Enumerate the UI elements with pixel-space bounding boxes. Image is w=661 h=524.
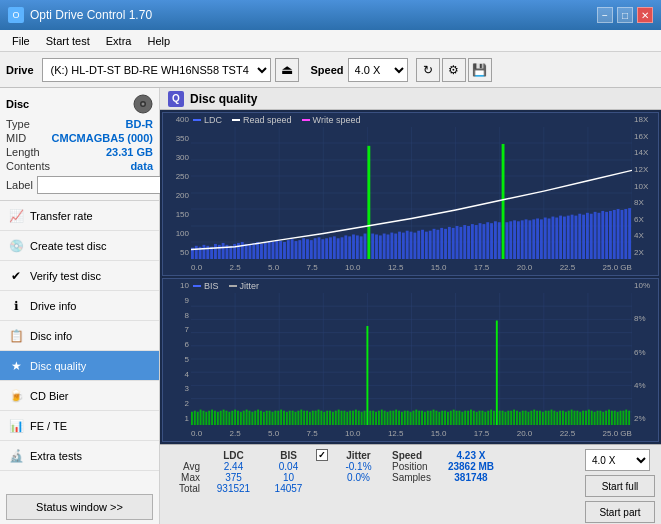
bis-legend: BIS — [204, 281, 219, 291]
svg-rect-214 — [364, 411, 366, 425]
svg-rect-227 — [401, 412, 403, 425]
cd-bier-label: CD Bier — [30, 390, 69, 402]
menu-extra[interactable]: Extra — [98, 33, 140, 49]
total-bis: 14057 — [261, 483, 316, 494]
speed-select-stats[interactable]: 4.0 X — [585, 449, 650, 471]
svg-rect-182 — [272, 412, 274, 425]
svg-rect-44 — [283, 242, 286, 259]
speed-select[interactable]: 4.0 X — [348, 58, 408, 82]
svg-rect-270 — [525, 411, 527, 425]
type-label: Type — [6, 118, 30, 130]
cd-bier-icon: 🍺 — [8, 388, 24, 404]
svg-rect-185 — [280, 410, 282, 425]
sidebar-item-fe-te[interactable]: 📊 FE / TE — [0, 411, 159, 441]
sidebar-item-disc-info[interactable]: 📋 Disc info — [0, 321, 159, 351]
svg-rect-161 — [211, 410, 213, 425]
create-disc-icon: 💿 — [8, 238, 24, 254]
svg-rect-126 — [597, 213, 600, 259]
svg-rect-123 — [586, 213, 589, 259]
sidebar-item-extra-tests[interactable]: 🔬 Extra tests — [0, 441, 159, 471]
svg-rect-293 — [591, 411, 593, 425]
svg-rect-218 — [375, 412, 377, 425]
sidebar-item-create-test-disc[interactable]: 💿 Create test disc — [0, 231, 159, 261]
minimize-button[interactable]: − — [597, 7, 613, 23]
svg-rect-212 — [358, 411, 360, 425]
extra-tests-label: Extra tests — [30, 450, 82, 462]
jitter-checkbox[interactable]: ✓ — [316, 449, 328, 461]
save-button[interactable]: 💾 — [468, 58, 492, 82]
svg-rect-296 — [599, 411, 601, 425]
status-window-button[interactable]: Status window >> — [6, 494, 153, 520]
menu-start-test[interactable]: Start test — [38, 33, 98, 49]
menu-file[interactable]: File — [4, 33, 38, 49]
svg-rect-252 — [473, 411, 475, 425]
right-panel: Q Disc quality LDC Read speed Write spee… — [160, 88, 661, 524]
svg-rect-240 — [438, 412, 440, 425]
svg-rect-247 — [458, 411, 460, 425]
transfer-rate-icon: 📈 — [8, 208, 24, 224]
sidebar-item-verify-test-disc[interactable]: ✔ Verify test disc — [0, 261, 159, 291]
svg-rect-105 — [517, 221, 520, 259]
svg-rect-133 — [624, 209, 627, 259]
read-speed-legend: Read speed — [243, 115, 292, 125]
svg-rect-92 — [467, 226, 470, 259]
menu-help[interactable]: Help — [139, 33, 178, 49]
svg-rect-239 — [435, 411, 437, 425]
eject-button[interactable]: ⏏ — [275, 58, 299, 82]
svg-rect-178 — [260, 411, 262, 425]
svg-rect-90 — [459, 227, 462, 259]
svg-rect-110 — [536, 218, 539, 259]
contents-value: data — [130, 160, 153, 172]
close-button[interactable]: ✕ — [637, 7, 653, 23]
svg-rect-129 — [609, 211, 612, 259]
svg-rect-186 — [283, 411, 285, 425]
refresh-button[interactable]: ↻ — [416, 58, 440, 82]
svg-rect-261 — [499, 411, 501, 425]
svg-rect-176 — [254, 411, 256, 425]
svg-rect-28 — [222, 243, 225, 259]
svg-rect-177 — [257, 410, 259, 425]
svg-rect-232 — [415, 410, 417, 425]
lower-chart-legend: BIS Jitter — [193, 281, 259, 291]
sidebar-item-cd-bier[interactable]: 🍺 CD Bier — [0, 381, 159, 411]
svg-rect-167 — [228, 412, 230, 425]
svg-rect-121 — [578, 214, 581, 259]
maximize-button[interactable]: □ — [617, 7, 633, 23]
svg-rect-67 — [371, 234, 374, 259]
svg-rect-298 — [605, 411, 607, 425]
sidebar-item-disc-quality[interactable]: ★ Disc quality — [0, 351, 159, 381]
svg-rect-236 — [427, 411, 429, 425]
stats-table: LDC BIS ✓ Jitter Speed 4.23 X — [166, 449, 577, 494]
disc-quality-header: Q Disc quality — [160, 88, 661, 110]
svg-rect-294 — [594, 412, 596, 425]
disc-quality-header-icon: Q — [168, 91, 184, 107]
svg-rect-109 — [532, 219, 535, 259]
drive-select[interactable]: (K:) HL-DT-ST BD-RE WH16NS58 TST4 — [42, 58, 271, 82]
settings-button[interactable]: ⚙ — [442, 58, 466, 82]
svg-rect-27 — [218, 245, 221, 259]
svg-rect-43 — [279, 241, 282, 259]
svg-rect-200 — [323, 412, 325, 425]
svg-rect-50 — [306, 239, 309, 259]
position-label: Position — [386, 461, 446, 472]
start-full-button[interactable]: Start full — [585, 475, 655, 497]
svg-rect-202 — [329, 411, 331, 425]
svg-rect-173 — [246, 410, 248, 425]
sidebar-item-drive-info[interactable]: ℹ Drive info — [0, 291, 159, 321]
svg-rect-170 — [237, 411, 239, 425]
svg-rect-60 — [344, 235, 347, 259]
lower-chart-canvas — [191, 293, 632, 425]
svg-rect-164 — [220, 411, 222, 425]
start-part-button[interactable]: Start part — [585, 501, 655, 523]
svg-rect-165 — [223, 410, 225, 425]
svg-rect-26 — [214, 244, 217, 259]
svg-rect-255 — [481, 411, 483, 425]
svg-rect-103 — [509, 221, 512, 259]
svg-rect-68 — [375, 234, 378, 259]
label-input[interactable] — [37, 176, 170, 194]
sidebar-item-transfer-rate[interactable]: 📈 Transfer rate — [0, 201, 159, 231]
svg-rect-207 — [343, 411, 345, 425]
upper-chart-canvas — [191, 127, 632, 259]
svg-rect-264 — [507, 411, 509, 425]
svg-rect-76 — [406, 231, 409, 259]
